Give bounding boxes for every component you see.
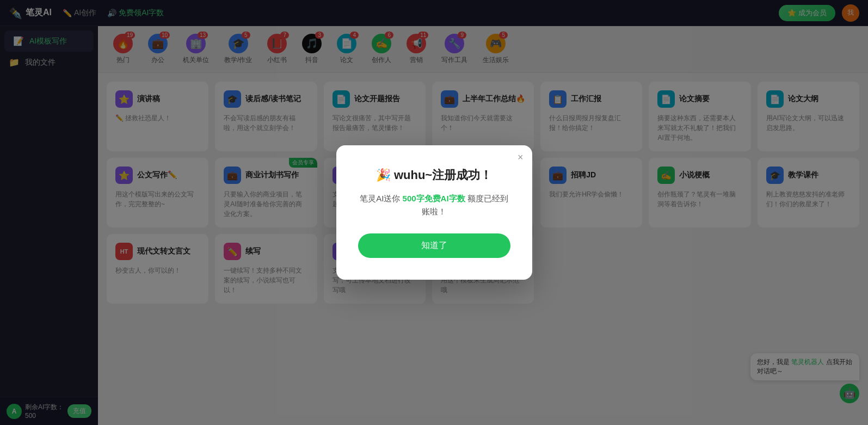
modal-title-text: wuhu~注册成功！ — [394, 168, 492, 182]
modal-confirm-button[interactable]: 知道了 — [358, 233, 510, 258]
modal-desc-prefix: 笔灵AI送你 — [360, 194, 400, 203]
modal-desc: 笔灵AI送你 500字免费AI字数 额度已经到账啦！ — [358, 192, 510, 218]
modal-overlay[interactable]: × 🎉 wuhu~注册成功！ 笔灵AI送你 500字免费AI字数 额度已经到账啦… — [0, 0, 868, 425]
modal-emoji: 🎉 — [376, 168, 391, 182]
registration-success-modal: × 🎉 wuhu~注册成功！ 笔灵AI送你 500字免费AI字数 额度已经到账啦… — [336, 145, 532, 280]
modal-desc-highlight: 500字免费AI字数 — [403, 194, 465, 203]
modal-title: 🎉 wuhu~注册成功！ — [358, 167, 510, 183]
modal-close-button[interactable]: × — [518, 152, 524, 163]
